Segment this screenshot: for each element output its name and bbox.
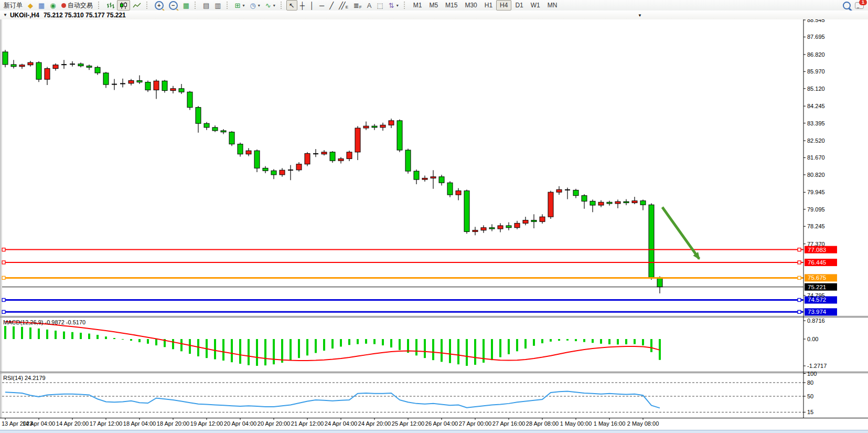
line-handle[interactable]	[798, 310, 801, 313]
macd-histogram-bar	[290, 339, 292, 361]
bar-chart-button[interactable]	[104, 0, 117, 10]
zoom-out-button[interactable]: −	[166, 0, 180, 10]
bull-candle	[615, 202, 620, 204]
indicators-button[interactable]: ∿▾	[263, 0, 278, 10]
toolbar-group: ▤▥	[199, 0, 225, 10]
date-tick-label: 20 Apr 04:00	[224, 420, 256, 427]
price-tick-label: 88.545	[807, 19, 825, 23]
new-order-button[interactable]: 新订单	[1, 0, 25, 10]
date-tick-label: 1 May 16:00	[594, 420, 626, 427]
trendline-button[interactable]: ╱	[327, 0, 336, 10]
tile-windows-button[interactable]: ▦	[180, 0, 192, 10]
date-tick-label: 18 Apr 04:00	[123, 420, 156, 427]
timeframe-mn-button[interactable]: MN	[544, 0, 561, 10]
macd-histogram-bar	[424, 339, 426, 358]
date-tick-label: 14 Apr 20:00	[56, 420, 89, 427]
timeframe-m15-button[interactable]: M15	[442, 0, 461, 10]
macd-histogram-bar	[650, 339, 652, 352]
channel-button[interactable]: ╱╱E	[336, 0, 351, 10]
indicator-window-button[interactable]: ▤	[200, 0, 212, 10]
bear-candle	[330, 152, 335, 161]
macd-histogram-bar	[71, 332, 73, 339]
date-tick-label: 27 Apr 00:00	[459, 420, 491, 427]
macd-histogram-bar	[4, 326, 6, 339]
macd-histogram-bar	[248, 339, 250, 365]
line-handle[interactable]	[2, 310, 5, 313]
crosshair-button[interactable]: ┼	[297, 0, 307, 10]
timeframe-h1-button[interactable]: H1	[481, 0, 496, 10]
line-handle[interactable]	[2, 276, 5, 279]
bull-candle	[523, 220, 528, 224]
bull-candle	[338, 159, 344, 161]
macd-tick-label: 0.8716	[807, 318, 825, 324]
bull-candle	[280, 170, 285, 175]
chart-menu-icon[interactable]: ▼	[3, 13, 7, 17]
chat-icon[interactable]: 1	[855, 2, 864, 9]
timeframe-m1-button[interactable]: M1	[410, 0, 426, 10]
macd-histogram-bar	[457, 339, 459, 364]
line-chart-button[interactable]	[130, 0, 144, 10]
signals-icon[interactable]: ◉	[47, 0, 58, 10]
arrows-button[interactable]: ⇅▾	[386, 0, 401, 10]
macd-histogram-bar	[155, 339, 157, 345]
line-handle[interactable]	[798, 261, 801, 264]
bull-candle	[481, 228, 486, 230]
period-clock-button[interactable]: ◷▾	[247, 0, 262, 10]
doji-candle	[313, 153, 318, 154]
line-handle[interactable]	[798, 248, 801, 251]
price-tick-label: 77.370	[807, 241, 825, 247]
macd-histogram-bar	[80, 333, 82, 339]
bear-candle	[447, 183, 453, 195]
add-chart-button[interactable]: ⊞▾	[232, 0, 248, 10]
search-icon[interactable]	[843, 2, 851, 9]
doji-candle	[565, 189, 570, 191]
profile-window-button[interactable]: ▥	[212, 0, 223, 10]
timeframe-m30-button[interactable]: M30	[461, 0, 480, 10]
zoom-in-button[interactable]: +	[152, 0, 166, 10]
macd-histogram-bar	[21, 327, 23, 339]
timeframe-d1-button[interactable]: D1	[511, 0, 527, 10]
autotrade-button[interactable]: 自动交易	[59, 0, 95, 10]
toolbar-groups: 新订单◆▦◉自动交易+−▦▤▥⊞▾◷▾∿▾↖┼│─╱╱╱E≣FA⬚⇅▾M1M5M…	[0, 0, 562, 10]
macd-histogram-bar	[348, 339, 350, 345]
timeframe-w1-button[interactable]: W1	[527, 0, 544, 10]
dropdown-arrow-icon: ▾	[258, 3, 260, 8]
bull-candle	[389, 121, 394, 125]
macd-histogram-bar	[533, 339, 535, 346]
chart-shift-marker-icon[interactable]: ▼	[638, 13, 642, 18]
macd-histogram-bar	[516, 339, 518, 351]
bear-candle	[624, 202, 629, 203]
price-tick-label: 79.095	[807, 206, 825, 213]
chart-canvas[interactable]: 77.08376.44575.67575.22174.57273.974MACD…	[0, 19, 868, 430]
macd-histogram-bar	[214, 339, 216, 360]
line-handle[interactable]	[2, 248, 5, 251]
bear-candle	[573, 190, 578, 195]
horizontal-scrollbar[interactable]	[0, 430, 868, 433]
price-tick-label: 86.820	[807, 51, 825, 58]
timeframe-m5-button[interactable]: M5	[425, 0, 442, 10]
toolbar-right: 1	[843, 2, 868, 9]
bull-candle	[431, 177, 436, 178]
macd-histogram-bar	[273, 339, 275, 364]
date-tick-label: 17 Apr 12:00	[90, 420, 122, 427]
text-button[interactable]: A	[365, 0, 374, 10]
order-ticket-icon[interactable]: ◆	[25, 0, 36, 10]
line-handle[interactable]	[798, 276, 801, 279]
chart-window-icon[interactable]: ▦	[36, 0, 47, 10]
date-tick-label: 24 Apr 04:00	[325, 420, 357, 427]
line-handle[interactable]	[2, 261, 5, 264]
bull-candle	[170, 89, 176, 91]
macd-histogram-bar	[625, 339, 627, 344]
macd-histogram-bar	[382, 339, 384, 345]
cursor-button[interactable]: ↖	[286, 0, 297, 10]
line-handle[interactable]	[2, 298, 5, 301]
bull-candle	[322, 152, 327, 154]
line-handle[interactable]	[798, 298, 801, 301]
candlestick-chart-button[interactable]	[117, 0, 130, 10]
vertical-line-button[interactable]: │	[307, 0, 317, 10]
text-label-button[interactable]: ⬚	[374, 0, 386, 10]
horizontal-line-button[interactable]: ─	[317, 0, 327, 10]
macd-histogram-bar	[239, 339, 241, 364]
timeframe-h4-button[interactable]: H4	[496, 0, 511, 10]
fibonacci-button[interactable]: ≣F	[351, 0, 365, 10]
